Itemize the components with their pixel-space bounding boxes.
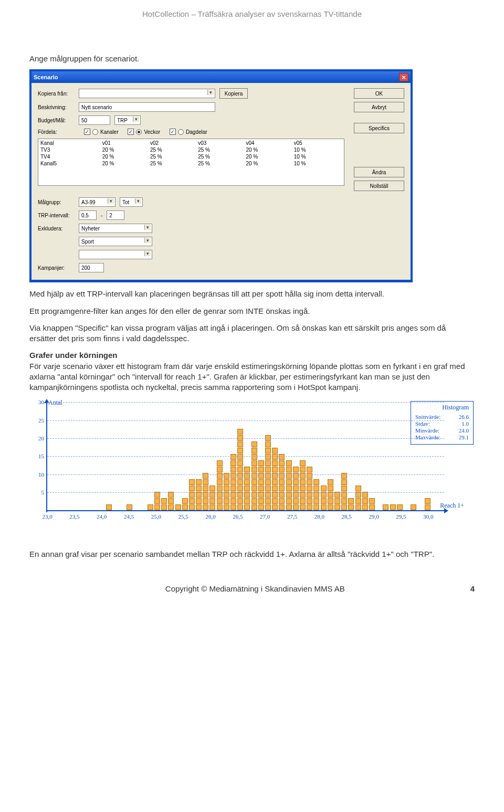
histogram-bar[interactable] [258, 460, 264, 510]
histogram-bar[interactable] [307, 466, 312, 510]
histogram-cube [272, 486, 278, 491]
histogram-bar[interactable] [279, 454, 285, 510]
histogram-bar[interactable] [369, 498, 375, 510]
radio-icon [92, 129, 98, 135]
paragraph-5-heading: Grafer under körningen [29, 351, 118, 360]
histogram-cube [286, 460, 292, 466]
histogram-cube [307, 498, 312, 504]
exkludera-dropdown-1[interactable]: Nyheter [79, 224, 152, 233]
label-exkludera: Exkludera: [38, 226, 75, 231]
histogram-bar[interactable] [189, 479, 195, 510]
malgrupp-dropdown[interactable]: A3-99 [79, 197, 116, 207]
histogram-bar[interactable] [425, 498, 430, 510]
exkludera-dropdown-3[interactable] [79, 250, 152, 259]
specifics-button[interactable]: Specifics [354, 123, 404, 133]
histogram-cube [265, 479, 271, 485]
beskrivning-input[interactable]: Nytt scenario [79, 102, 215, 112]
histogram-cube [293, 504, 299, 510]
histogram-bar[interactable] [383, 504, 388, 510]
histogram-cube [300, 460, 306, 466]
histogram-bar[interactable] [328, 479, 333, 510]
dagdelar-option[interactable]: ✓ Dagdelar [170, 129, 207, 135]
histogram-bar[interactable] [341, 472, 347, 510]
andra-button[interactable]: Ändra [354, 167, 404, 177]
histogram-cube [265, 467, 271, 472]
x-tick: 24,5 [119, 513, 140, 520]
histogram-cube [355, 486, 361, 491]
histogram-bar[interactable] [106, 504, 112, 510]
histogram-cube [348, 498, 354, 504]
histogram-bar[interactable] [362, 491, 368, 510]
histogram-bar[interactable] [161, 498, 167, 510]
exkludera-dropdown-2[interactable]: Sport [79, 237, 152, 246]
histogram-cube [237, 479, 243, 485]
histogram-cube [313, 479, 319, 485]
allocation-grid[interactable]: Kanalv01v02v03v04v05TV320 %25 %25 %20 %1… [38, 139, 344, 186]
label-kopiera: Kopiera från: [38, 91, 75, 97]
histogram-bar[interactable] [272, 447, 278, 510]
histogram-bar[interactable] [355, 485, 361, 510]
histogram-bar[interactable] [397, 504, 403, 510]
histogram-bar[interactable] [237, 428, 243, 510]
budget-input[interactable]: 50 [79, 115, 110, 125]
histogram-cube [237, 429, 243, 435]
histogram-bar[interactable] [334, 491, 340, 510]
histogram-bar[interactable] [265, 435, 271, 510]
gridline [47, 456, 444, 457]
nollstall-button[interactable]: Nollställ [354, 181, 404, 191]
histogram-bar[interactable] [168, 491, 174, 510]
histogram-bar[interactable] [217, 460, 223, 510]
histogram-bar[interactable] [230, 454, 236, 510]
histogram-cube [348, 504, 354, 510]
x-tick: 25,0 [145, 513, 166, 520]
budget-unit-dropdown[interactable]: TRP [114, 115, 141, 125]
histogram-bar[interactable] [411, 504, 416, 510]
histogram-cube [341, 498, 347, 504]
histogram-bar[interactable] [244, 466, 250, 510]
x-tick: 30,0 [418, 513, 439, 520]
ok-button[interactable]: OK [354, 88, 404, 99]
histogram-cube [224, 504, 229, 510]
histogram-bar[interactable] [300, 460, 306, 510]
histogram-cube [300, 504, 306, 510]
x-tick: 28,5 [336, 513, 357, 520]
histogram-bar[interactable] [313, 479, 319, 510]
histogram-bar[interactable] [321, 485, 327, 510]
histogram-bar[interactable] [209, 485, 215, 510]
label-trp: TRP-intervall: [38, 213, 75, 218]
histogram-bar[interactable] [182, 498, 188, 510]
histogram-bar[interactable] [127, 504, 132, 510]
histogram-cube [279, 454, 285, 460]
histogram-bar[interactable] [348, 498, 354, 510]
histogram-bar[interactable] [148, 504, 153, 510]
kopiera-button[interactable]: Kopiera [219, 88, 248, 99]
titlebar: Scenario ✕ [32, 71, 411, 83]
histogram-bar[interactable] [196, 479, 202, 510]
histogram-bar[interactable] [224, 472, 229, 510]
avbryt-button[interactable]: Avbryt [354, 102, 404, 112]
histogram-cube [355, 504, 361, 510]
close-icon[interactable]: ✕ [399, 73, 408, 81]
veckor-option[interactable]: ✓ Veckor [128, 129, 160, 135]
malgrupp-scope-dropdown[interactable]: Tot [120, 197, 143, 207]
kanaler-option[interactable]: ✓ Kanaler [84, 129, 118, 135]
histogram-bar[interactable] [175, 504, 181, 510]
histogram-cube [307, 479, 312, 485]
histogram-cube [286, 486, 292, 491]
x-tick: 28,0 [309, 513, 330, 520]
histogram-chart[interactable]: Antal Reach 1+ Histogram Snittvärde:26.6… [29, 398, 476, 527]
histogram-bar[interactable] [154, 491, 160, 510]
trp-lo-input[interactable]: 0,5 [79, 210, 97, 220]
histogram-cube [224, 486, 229, 491]
histogram-bar[interactable] [286, 460, 292, 510]
histogram-bar[interactable] [203, 472, 208, 510]
histogram-cube [189, 498, 195, 504]
histogram-cube [244, 486, 250, 491]
kampanjer-input[interactable]: 200 [79, 263, 104, 272]
trp-hi-input[interactable]: 2 [107, 210, 124, 220]
histogram-bar[interactable] [293, 466, 299, 510]
histogram-bar[interactable] [251, 441, 257, 510]
kopiera-dropdown[interactable] [79, 89, 215, 98]
histogram-bar[interactable] [390, 504, 396, 510]
histogram-cube [154, 504, 160, 510]
